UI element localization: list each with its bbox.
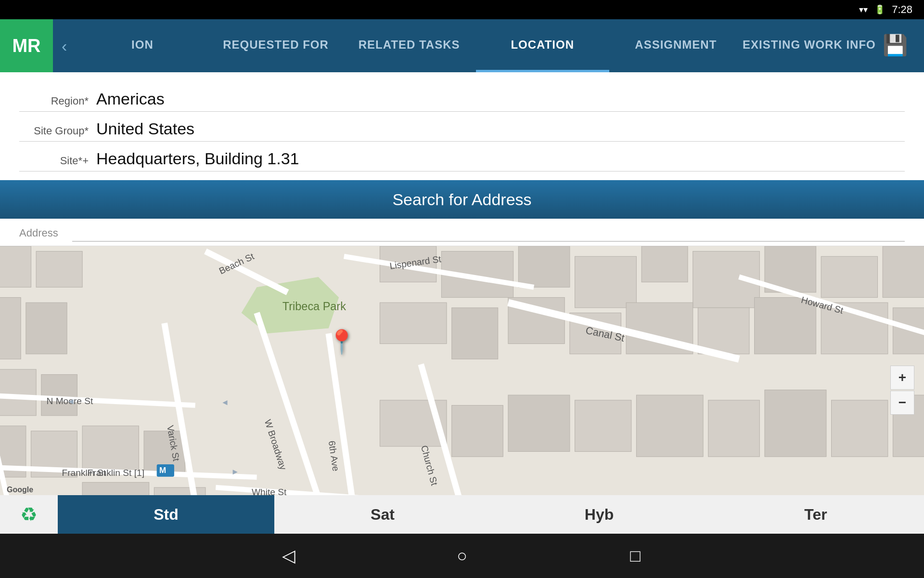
tab-requested-for[interactable]: REQUESTED FOR — [209, 19, 342, 72]
back-button[interactable]: ‹ — [53, 37, 76, 55]
svg-rect-25 — [698, 308, 749, 354]
map-svg: Tribeca Park — [0, 246, 924, 534]
site-row: Site*+ Headquarters, Building 1.31 — [19, 142, 905, 171]
wifi-icon: ▾▾ — [859, 4, 868, 15]
nav-tabs: ION REQUESTED FOR RELATED TASKS LOCATION… — [76, 19, 876, 72]
main-content: Region* Americas Site Group* United Stat… — [0, 72, 924, 534]
zoom-out-button[interactable]: − — [890, 391, 914, 415]
refresh-icon: ♻ — [20, 503, 38, 525]
svg-rect-15 — [642, 246, 688, 282]
svg-text:◄: ◄ — [221, 398, 229, 407]
map-zoom-controls: + − — [890, 366, 914, 415]
region-value[interactable]: Americas — [96, 90, 905, 108]
site-group-label: Site Group* — [19, 125, 96, 137]
tab-location[interactable]: LOCATION — [476, 19, 609, 72]
svg-rect-39 — [765, 390, 826, 457]
tab-related-tasks[interactable]: RELATED TASKS — [343, 19, 476, 72]
svg-text:◄: ◄ — [67, 397, 75, 406]
map-type-ter[interactable]: Ter — [707, 495, 924, 534]
nav-home-button[interactable]: ○ — [448, 541, 476, 570]
logo: MR — [0, 19, 53, 72]
tab-existing-work-info[interactable]: EXISTING WORK INFO — [743, 19, 876, 72]
status-bar: ▾▾ 🔋 7:28 — [0, 0, 924, 19]
search-address-button[interactable]: Search for Address — [0, 180, 924, 219]
svg-rect-4 — [36, 251, 82, 288]
svg-text:Tribeca Park: Tribeca Park — [282, 300, 346, 313]
map-type-sat[interactable]: Sat — [274, 495, 491, 534]
svg-rect-35 — [508, 395, 570, 451]
svg-text:Franklin St [1]: Franklin St [1] — [88, 468, 144, 478]
svg-rect-34 — [452, 405, 503, 457]
svg-rect-8 — [41, 375, 77, 416]
svg-rect-18 — [821, 256, 877, 297]
save-icon: 💾 — [883, 33, 908, 58]
site-group-row: Site Group* United States — [19, 112, 905, 142]
svg-rect-37 — [636, 395, 703, 457]
svg-rect-36 — [575, 400, 631, 452]
clock: 7:28 — [892, 3, 912, 16]
address-input[interactable] — [72, 224, 905, 242]
svg-rect-40 — [832, 400, 888, 457]
map-marker: 📍 — [327, 328, 356, 355]
svg-rect-20 — [380, 302, 447, 343]
bottom-nav: ◁ ○ □ — [0, 534, 924, 578]
battery-icon: 🔋 — [874, 4, 885, 15]
map-container[interactable]: Tribeca Park — [0, 246, 924, 534]
region-row: Region* Americas — [19, 82, 905, 112]
save-button[interactable]: 💾 — [876, 26, 914, 65]
nav-recent-button[interactable]: □ — [621, 541, 650, 570]
site-label: Site*+ — [19, 155, 96, 167]
tab-ion[interactable]: ION — [76, 19, 209, 72]
region-label: Region* — [19, 95, 96, 107]
logo-text: MR — [12, 36, 40, 56]
svg-rect-5 — [0, 298, 21, 359]
svg-rect-29 — [82, 426, 139, 472]
header: MR ‹ ION REQUESTED FOR RELATED TASKS LOC… — [0, 19, 924, 72]
svg-rect-19 — [883, 246, 924, 298]
site-value[interactable]: Headquarters, Building 1.31 — [96, 149, 905, 168]
tab-assignment[interactable]: ASSIGNMENT — [609, 19, 743, 72]
google-watermark: Google — [7, 486, 33, 494]
map-type-std[interactable]: Std — [58, 495, 274, 534]
zoom-in-button[interactable]: + — [890, 366, 914, 390]
form-area: Region* Americas Site Group* United Stat… — [0, 72, 924, 171]
svg-text:►: ► — [231, 467, 239, 476]
svg-text:M: M — [159, 466, 166, 475]
svg-rect-14 — [575, 256, 637, 308]
svg-rect-3 — [0, 246, 31, 287]
svg-rect-13 — [518, 246, 570, 287]
site-group-value[interactable]: United States — [96, 119, 905, 138]
refresh-button[interactable]: ♻ — [0, 495, 58, 534]
map-type-bar: ♻ Std Sat Hyb Ter — [0, 495, 924, 534]
svg-rect-7 — [0, 369, 36, 416]
svg-rect-6 — [26, 302, 67, 354]
svg-rect-21 — [452, 308, 498, 359]
map-type-hyb[interactable]: Hyb — [491, 495, 707, 534]
address-label: Address — [19, 227, 72, 239]
svg-rect-38 — [708, 400, 760, 457]
address-row: Address — [0, 219, 924, 246]
nav-back-button[interactable]: ◁ — [274, 541, 303, 570]
